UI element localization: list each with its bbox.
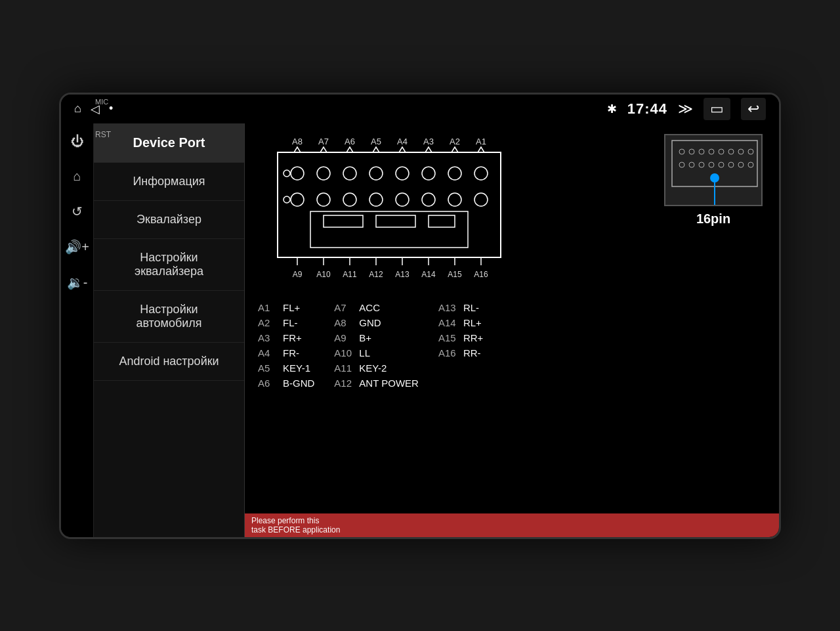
- svg-point-18: [317, 167, 330, 180]
- pin-a4-desc: FR-: [283, 347, 299, 359]
- pin-a15-label: A15: [438, 332, 458, 343]
- pin-column-1: A1 FL+ A2 FL- A3 FR+ A4 FR-: [258, 302, 314, 389]
- svg-point-24: [474, 167, 488, 180]
- pin-a5-desc: KEY-1: [283, 362, 310, 374]
- pin-a7-desc: ACC: [359, 302, 380, 313]
- pin-a14-desc: RL+: [463, 317, 482, 328]
- svg-text:A12: A12: [369, 270, 383, 279]
- svg-marker-12: [399, 147, 406, 152]
- left-icon-bar: ⏻ ⌂ ↺ 🔊+ 🔉-: [61, 123, 94, 537]
- svg-point-59: [709, 149, 714, 154]
- pin-a13-label: A13: [438, 302, 458, 313]
- pin-row-a15: A15 RR+: [438, 332, 483, 343]
- main-device-frame: MIC RST ⌂ ◁ • ✱ 17:44 ≫ ▭ ↩ ⏻ ⌂ ↺ 🔊+ 🔉- …: [59, 93, 781, 539]
- svg-point-70: [738, 162, 744, 167]
- status-bar-right: ✱ 17:44 ≫ ▭ ↩: [607, 98, 766, 120]
- pin-a5-label: A5: [258, 362, 278, 374]
- pin-row-a6: A6 B-GND: [258, 378, 314, 389]
- svg-text:A11: A11: [343, 270, 357, 279]
- pin-row-a8: A8 GND: [334, 317, 419, 328]
- pin-row-a5: A5 KEY-1: [258, 362, 314, 374]
- svg-point-72: [710, 173, 719, 183]
- svg-rect-16: [278, 152, 501, 257]
- main-area: ⏻ ⌂ ↺ 🔊+ 🔉- Device Port Информация Эквал…: [61, 123, 779, 537]
- menu-item-car-settings[interactable]: Настройки автомобиля: [94, 291, 244, 343]
- bluetooth-icon: ✱: [607, 102, 617, 116]
- dot-icon: •: [109, 102, 113, 116]
- svg-text:A5: A5: [371, 137, 381, 146]
- svg-marker-13: [425, 147, 432, 152]
- bottom-notice: Please perform this task BEFORE applicat…: [245, 513, 779, 537]
- home-icon[interactable]: ⌂: [74, 102, 81, 116]
- pin-row-a12: A12 ANT POWER: [334, 378, 419, 389]
- pin-column-2: A7 ACC A8 GND A9 B+ A10 LL: [334, 302, 419, 389]
- svg-rect-35: [310, 211, 468, 248]
- svg-point-56: [679, 149, 684, 154]
- pin-a10-label: A10: [334, 347, 354, 359]
- svg-point-27: [343, 193, 356, 206]
- pin-a11-label: A11: [334, 362, 354, 374]
- svg-text:A2: A2: [450, 137, 460, 146]
- svg-point-63: [748, 149, 753, 154]
- pin-a11-desc: KEY-2: [359, 362, 387, 374]
- mic-label: MIC: [95, 98, 108, 106]
- connector-svg: A8 A7 A6 A5 A4 A3 A2 A1: [258, 134, 520, 292]
- pin-a15-desc: RR+: [463, 332, 483, 343]
- home-side-icon[interactable]: ⌂: [69, 165, 85, 188]
- svg-text:A10: A10: [316, 270, 331, 279]
- content-area: A8 A7 A6 A5 A4 A3 A2 A1: [245, 123, 779, 537]
- pin-row-a11: A11 KEY-2: [334, 362, 419, 374]
- pin-a6-label: A6: [258, 378, 278, 389]
- pin-row-a14: A14 RL+: [438, 317, 483, 328]
- volume-down-icon[interactable]: 🔉-: [63, 271, 92, 294]
- volume-up-icon[interactable]: 🔊+: [61, 235, 93, 259]
- pin-a6-desc: B-GND: [283, 378, 314, 389]
- pin-a14-label: A14: [438, 317, 458, 328]
- pin-row-a10: A10 LL: [334, 347, 419, 359]
- pin-row-a2: A2 FL-: [258, 317, 314, 328]
- svg-text:A7: A7: [318, 137, 329, 146]
- svg-point-58: [699, 149, 704, 154]
- menu-item-android-settings[interactable]: Android настройки: [94, 343, 244, 381]
- menu-panel: Device Port Информация Эквалайзер Настро…: [94, 123, 245, 537]
- pin-a2-label: A2: [258, 317, 278, 328]
- pin-a7-label: A7: [334, 302, 354, 313]
- pin-row-a1: A1 FL+: [258, 302, 314, 313]
- pin-a12-label: A12: [334, 378, 354, 389]
- svg-text:A13: A13: [395, 270, 410, 279]
- svg-rect-38: [429, 215, 455, 227]
- pin-a8-desc: GND: [359, 317, 381, 328]
- pin-row-a13: A13 RL-: [438, 302, 483, 313]
- back-side-icon[interactable]: ↺: [68, 200, 87, 223]
- pin-row-a4: A4 FR-: [258, 347, 314, 359]
- back-button[interactable]: ↩: [741, 98, 766, 120]
- pin-a10-desc: LL: [359, 347, 370, 359]
- svg-point-33: [284, 170, 290, 177]
- svg-text:A14: A14: [421, 270, 436, 279]
- svg-marker-14: [452, 147, 458, 152]
- svg-point-65: [689, 162, 694, 167]
- svg-point-68: [719, 162, 724, 167]
- menu-item-equalizer-settings[interactable]: Настройки эквалайзера: [94, 239, 244, 291]
- svg-point-22: [422, 167, 435, 180]
- pin-a12-desc: ANT POWER: [359, 378, 419, 389]
- svg-point-31: [448, 193, 461, 206]
- svg-point-19: [343, 167, 356, 180]
- pin-a1-label: A1: [258, 302, 278, 313]
- menu-item-info[interactable]: Информация: [94, 163, 244, 201]
- svg-point-62: [738, 149, 744, 154]
- connector-section: A8 A7 A6 A5 A4 A3 A2 A1: [258, 134, 766, 294]
- svg-point-60: [719, 149, 724, 154]
- connector-diagram: A8 A7 A6 A5 A4 A3 A2 A1: [258, 134, 648, 294]
- menu-item-device-port[interactable]: Device Port: [94, 123, 244, 163]
- pin-a9-desc: B+: [359, 332, 371, 343]
- svg-point-67: [709, 162, 714, 167]
- svg-marker-10: [346, 147, 353, 152]
- power-icon[interactable]: ⏻: [67, 130, 88, 153]
- menu-item-equalizer[interactable]: Эквалайзер: [94, 201, 244, 239]
- svg-point-29: [396, 193, 409, 206]
- pin-a8-label: A8: [334, 317, 354, 328]
- screen-button[interactable]: ▭: [704, 98, 730, 120]
- pin-a3-label: A3: [258, 332, 278, 343]
- pin-count-label: 16pin: [696, 211, 730, 227]
